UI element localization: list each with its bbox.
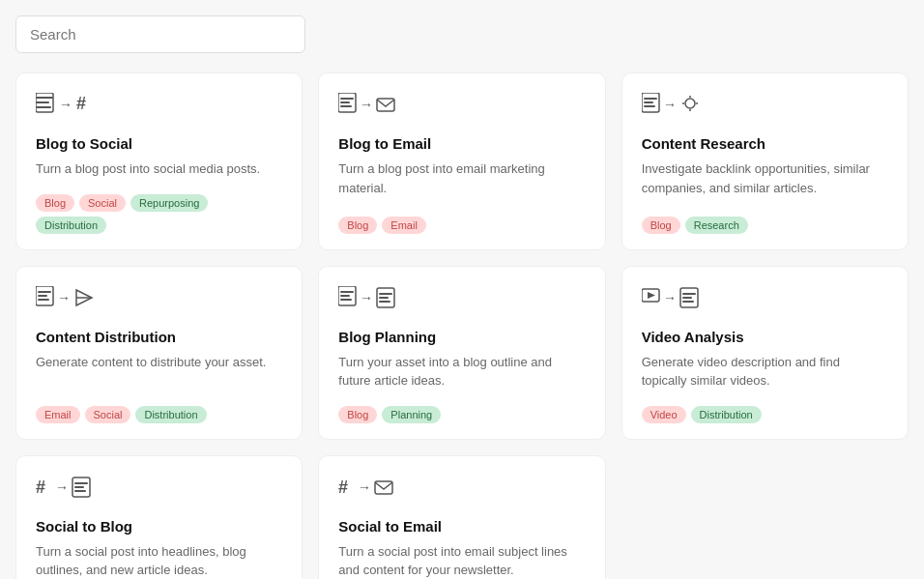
card-title: Content Research [642,135,888,152]
card-tags: BlogEmail [338,217,585,234]
tag: Social [85,406,131,423]
card-social-to-email[interactable]: # → Social to Email Turn a social post i… [318,455,605,580]
tag: Video [642,406,686,423]
tag: Research [685,217,748,234]
svg-text:→: → [663,290,677,305]
svg-text:→: → [57,290,71,305]
svg-rect-36 [379,297,389,299]
tag: Email [382,217,426,234]
svg-rect-15 [644,105,655,107]
svg-rect-43 [682,297,692,299]
search-input[interactable] [15,15,305,53]
svg-rect-25 [38,299,49,301]
svg-text:→: → [358,479,371,495]
svg-text:→: → [360,97,373,112]
tag: Social [79,194,126,212]
card-icon: → [642,93,888,124]
card-icon: # → [338,476,585,507]
card-desc: Turn a social post into headlines, blog … [36,542,282,580]
svg-rect-42 [682,293,696,295]
svg-rect-0 [36,97,53,99]
card-tags: BlogResearch [642,217,888,234]
svg-rect-32 [340,299,352,301]
svg-rect-50 [74,490,86,492]
svg-rect-49 [74,486,84,488]
svg-text:#: # [36,478,45,497]
card-icon: → [338,93,585,124]
svg-rect-1 [36,101,49,103]
card-blog-to-social[interactable]: → # Blog to Social Turn a blog post into… [15,72,303,250]
card-tags: BlogPlanning [338,406,585,423]
svg-rect-30 [340,291,354,293]
tag: Repurposing [130,194,208,212]
svg-marker-39 [648,292,655,299]
svg-rect-9 [340,105,352,107]
card-social-to-blog[interactable]: # → Social to Blog Turn a social post in… [15,455,303,580]
svg-text:#: # [338,478,348,497]
tag: Distribution [691,406,762,423]
svg-text:→: → [59,97,72,112]
card-desc: Generate content to distribute your asse… [36,353,282,391]
svg-rect-13 [644,98,657,100]
svg-rect-53 [375,481,392,494]
card-title: Social to Email [338,518,585,535]
card-tags: BlogSocialRepurposingDistribution [36,194,282,234]
svg-rect-44 [682,301,694,303]
card-title: Blog to Email [338,135,585,152]
svg-rect-14 [644,101,653,103]
tag: Distribution [36,217,106,234]
card-icon: → [338,286,585,317]
tag: Blog [338,406,377,423]
tag: Distribution [135,406,206,423]
tag: Blog [36,194,74,212]
card-title: Video Analysis [642,329,888,345]
card-tags: VideoDistribution [642,406,888,423]
svg-rect-23 [38,291,51,293]
tag: Blog [338,217,377,234]
card-desc: Turn a blog post into social media posts… [36,159,282,179]
cards-grid: → # Blog to Social Turn a blog post into… [15,72,909,579]
card-desc: Generate video description and find topi… [642,353,888,391]
card-icon: → # [36,93,282,124]
card-desc: Turn a social post into email subject li… [338,542,585,580]
card-title: Blog Planning [338,329,585,345]
svg-rect-24 [38,295,47,297]
card-desc: Turn your asset into a blog outline and … [338,353,585,391]
svg-rect-35 [379,293,392,295]
card-desc: Turn a blog post into email marketing ma… [338,159,585,201]
card-icon: → [642,286,888,317]
card-desc: Investigate backlink opportunities, simi… [642,159,888,201]
card-title: Content Distribution [36,329,282,345]
svg-text:#: # [76,94,86,113]
tag: Blog [642,217,680,234]
svg-rect-2 [36,106,51,108]
tag: Planning [382,406,441,423]
svg-text:→: → [55,479,69,495]
svg-rect-7 [340,98,354,100]
card-title: Blog to Social [36,135,282,152]
card-video-analysis[interactable]: → Video Analysis Generate video descript… [621,266,909,440]
svg-text:→: → [360,290,373,305]
search-container [15,15,909,53]
svg-rect-37 [379,301,390,303]
card-icon: # → [36,476,282,507]
card-content-distribution[interactable]: → Content Distribution Generate content … [15,266,303,440]
card-title: Social to Blog [36,518,282,535]
card-content-research[interactable]: → Content Research Investigate backlink … [621,72,909,250]
svg-rect-48 [74,482,88,484]
card-blog-planning[interactable]: → Blog Planning Turn your asset into a b… [318,266,605,440]
svg-rect-8 [340,101,350,103]
svg-text:→: → [663,97,677,112]
card-blog-to-email[interactable]: → Blog to Email Turn a blog post into em… [318,72,605,250]
card-icon: → [36,286,282,317]
svg-rect-31 [340,295,350,297]
svg-point-17 [685,99,695,108]
svg-rect-11 [377,99,394,111]
tag: Email [36,406,80,423]
card-tags: EmailSocialDistribution [36,406,282,423]
